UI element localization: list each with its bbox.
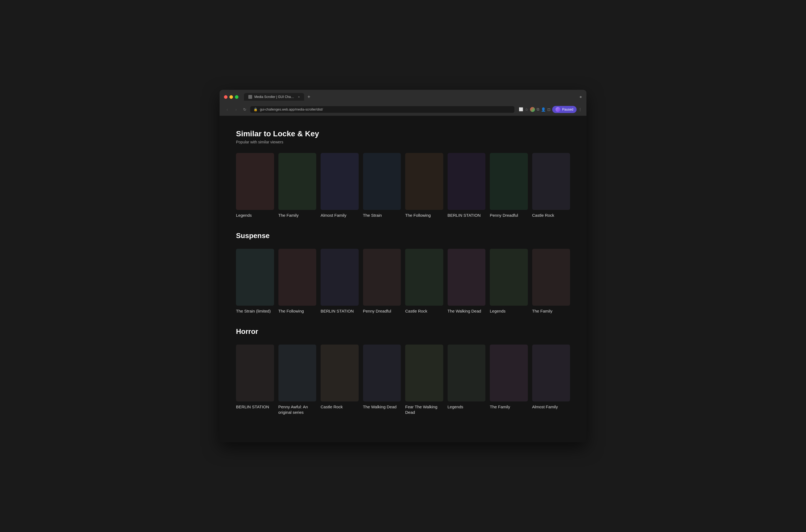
media-card-thumbnail bbox=[405, 153, 443, 210]
list-item[interactable]: The Family bbox=[490, 344, 528, 415]
puzzle-icon[interactable]: ⧉ bbox=[537, 107, 539, 112]
title-bar: Media Scroller | GUI Challenge × + ● bbox=[220, 90, 586, 104]
tab-favicon bbox=[248, 95, 252, 99]
address-bar: ‹ › ↻ 🔒 gui-challenges.web.app/media-scr… bbox=[220, 104, 586, 116]
media-title: Penny Dreadful bbox=[490, 213, 528, 218]
section-subtitle-similar: Popular with similar viewers bbox=[236, 140, 570, 144]
media-card-thumbnail bbox=[236, 249, 274, 306]
media-title: Penny Dreadful bbox=[363, 308, 401, 314]
media-title: The Strain (limited) bbox=[236, 308, 274, 314]
section-title-horror: Horror bbox=[236, 327, 570, 336]
list-item[interactable]: The Walking Dead bbox=[448, 249, 486, 314]
maximize-button[interactable] bbox=[235, 95, 239, 99]
media-title: The Strain bbox=[363, 213, 401, 218]
list-item[interactable]: Legends bbox=[448, 344, 486, 415]
lock-icon: 🔒 bbox=[254, 108, 258, 111]
media-title: The Family bbox=[490, 404, 528, 410]
toolbar-icons: ⬜ ☆ ⧉ 👤 ⊡ Paused ⋮ bbox=[519, 106, 582, 113]
media-card-thumbnail bbox=[532, 344, 570, 401]
cast-tab-icon[interactable]: ⊡ bbox=[547, 107, 550, 112]
media-card-thumbnail bbox=[321, 344, 359, 401]
media-title: Legends bbox=[490, 308, 528, 314]
paused-label: Paused bbox=[562, 108, 573, 111]
horror-section: Horror BERLIN STATIONPenny Awful: An ori… bbox=[236, 327, 570, 415]
media-title: The Walking Dead bbox=[448, 308, 486, 314]
list-item[interactable]: Legends bbox=[236, 153, 274, 218]
list-item[interactable]: BERLIN STATION bbox=[321, 249, 359, 314]
list-item[interactable]: The Following bbox=[278, 249, 317, 314]
media-title: Almost Family bbox=[532, 404, 570, 410]
list-item[interactable]: The Family bbox=[278, 153, 317, 218]
media-title: The Family bbox=[532, 308, 570, 314]
paused-avatar bbox=[556, 107, 560, 112]
media-title: BERLIN STATION bbox=[321, 308, 359, 314]
media-card-thumbnail bbox=[490, 249, 528, 306]
traffic-lights bbox=[224, 95, 239, 99]
cast-icon[interactable]: ⬜ bbox=[519, 107, 523, 111]
media-title: The Following bbox=[278, 308, 317, 314]
media-title: Penny Awful: An original series bbox=[278, 404, 317, 415]
media-title: BERLIN STATION bbox=[448, 213, 486, 218]
paused-button[interactable]: Paused bbox=[552, 106, 577, 113]
forward-button[interactable]: › bbox=[233, 106, 239, 113]
list-item[interactable]: BERLIN STATION bbox=[236, 344, 274, 415]
list-item[interactable]: Almost Family bbox=[532, 344, 570, 415]
active-tab[interactable]: Media Scroller | GUI Challenge × bbox=[244, 93, 304, 101]
address-field[interactable]: 🔒 gui-challenges.web.app/media-scroller/… bbox=[250, 106, 514, 113]
media-card-thumbnail bbox=[405, 249, 443, 306]
new-tab-button[interactable]: + bbox=[305, 93, 313, 101]
suspense-section: Suspense The Strain (limited)The Followi… bbox=[236, 231, 570, 314]
close-button[interactable] bbox=[224, 95, 227, 99]
refresh-button[interactable]: ↻ bbox=[242, 106, 248, 113]
list-item[interactable]: Penny Dreadful bbox=[490, 153, 528, 218]
media-title: Castle Rock bbox=[532, 213, 570, 218]
list-item[interactable]: Penny Dreadful bbox=[363, 249, 401, 314]
bookmark-icon[interactable]: ☆ bbox=[525, 107, 528, 112]
list-item[interactable]: BERLIN STATION bbox=[448, 153, 486, 218]
media-card-thumbnail bbox=[490, 153, 528, 210]
back-button[interactable]: ‹ bbox=[224, 106, 230, 113]
suspense-grid: The Strain (limited)The FollowingBERLIN … bbox=[236, 249, 570, 314]
media-card-thumbnail bbox=[490, 344, 528, 401]
list-item[interactable]: The Walking Dead bbox=[363, 344, 401, 415]
content-area: Similar to Locke & Key Popular with simi… bbox=[220, 116, 586, 442]
profile-icon[interactable]: 👤 bbox=[541, 107, 546, 112]
media-title: Legends bbox=[448, 404, 486, 410]
media-card-thumbnail bbox=[321, 249, 359, 306]
media-card-thumbnail bbox=[321, 153, 359, 210]
media-title: The Walking Dead bbox=[363, 404, 401, 410]
list-item[interactable]: Castle Rock bbox=[405, 249, 443, 314]
list-item[interactable]: Fear The Walking Dead bbox=[405, 344, 443, 415]
media-card-thumbnail bbox=[448, 249, 486, 306]
list-item[interactable]: Almost Family bbox=[321, 153, 359, 218]
similar-section: Similar to Locke & Key Popular with simi… bbox=[236, 130, 570, 218]
list-item[interactable]: Legends bbox=[490, 249, 528, 314]
media-title: The Following bbox=[405, 213, 443, 218]
chrome-menu-icon[interactable]: ⋮ bbox=[578, 107, 582, 112]
media-card-thumbnail bbox=[448, 344, 486, 401]
list-item[interactable]: Castle Rock bbox=[321, 344, 359, 415]
media-card-thumbnail bbox=[532, 249, 570, 306]
list-item[interactable]: The Following bbox=[405, 153, 443, 218]
browser-menu-button[interactable]: ● bbox=[579, 94, 582, 99]
list-item[interactable]: The Strain bbox=[363, 153, 401, 218]
minimize-button[interactable] bbox=[229, 95, 233, 99]
list-item[interactable]: The Strain (limited) bbox=[236, 249, 274, 314]
media-card-thumbnail bbox=[448, 153, 486, 210]
extension-1-icon[interactable] bbox=[530, 107, 535, 112]
list-item[interactable]: The Family bbox=[532, 249, 570, 314]
media-card-thumbnail bbox=[363, 153, 401, 210]
media-title: Almost Family bbox=[321, 213, 359, 218]
address-url: gui-challenges.web.app/media-scroller/di… bbox=[260, 108, 323, 111]
similar-grid: LegendsThe FamilyAlmost FamilyThe Strain… bbox=[236, 153, 570, 218]
media-title: BERLIN STATION bbox=[236, 404, 274, 410]
media-title: The Family bbox=[278, 213, 317, 218]
tab-close-button[interactable]: × bbox=[298, 95, 300, 98]
section-title-suspense: Suspense bbox=[236, 231, 570, 240]
media-card-thumbnail bbox=[363, 344, 401, 401]
media-card-thumbnail bbox=[405, 344, 443, 401]
section-title-similar: Similar to Locke & Key bbox=[236, 130, 570, 138]
list-item[interactable]: Penny Awful: An original series bbox=[278, 344, 317, 415]
list-item[interactable]: Castle Rock bbox=[532, 153, 570, 218]
media-title: Castle Rock bbox=[321, 404, 359, 410]
